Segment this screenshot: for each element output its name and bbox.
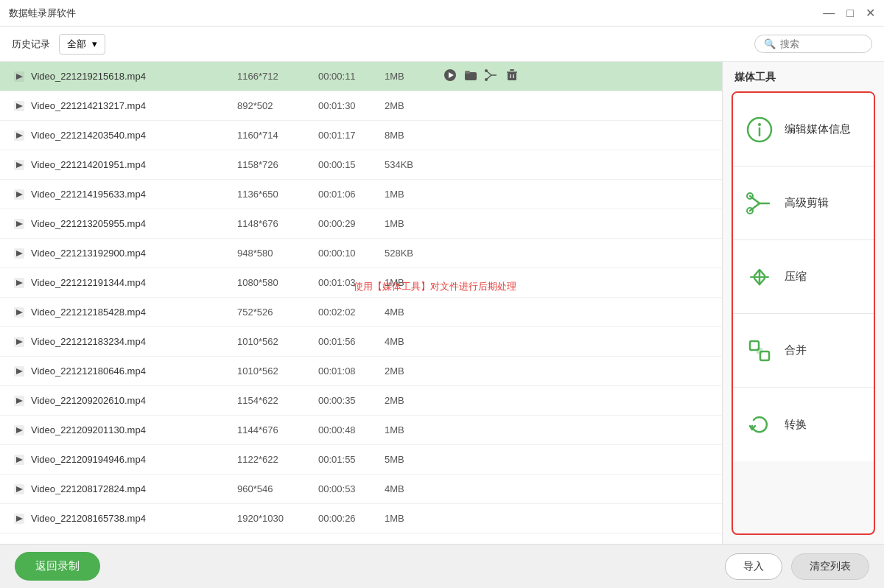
file-icon — [12, 483, 27, 495]
sidebar: 媒体工具 编辑媒体信息 高级剪辑 压缩 合并 转换 — [722, 62, 884, 544]
scissors-icon — [745, 189, 774, 218]
file-icon — [12, 100, 27, 112]
delete-icon[interactable] — [505, 69, 519, 85]
file-resolution: 960*546 — [237, 483, 318, 494]
table-row[interactable]: Video_221209194946.mp41122*62200:01:555M… — [0, 445, 722, 475]
file-resolution: 1148*676 — [237, 218, 318, 229]
search-box[interactable]: 🔍 — [754, 35, 872, 53]
close-button[interactable]: ✕ — [866, 7, 875, 19]
import-button[interactable]: 导入 — [725, 553, 782, 580]
file-duration: 00:00:53 — [318, 483, 385, 494]
file-name: Video_221209201130.mp4 — [31, 424, 237, 435]
table-row[interactable]: Video_221213205955.mp41148*67600:00:291M… — [0, 209, 722, 239]
svg-point-8 — [485, 69, 488, 72]
table-row[interactable]: Video_221214203540.mp41160*71400:01:178M… — [0, 121, 722, 150]
file-size: 1MB — [385, 71, 443, 82]
tool-panel: 编辑媒体信息 高级剪辑 压缩 合并 转换 — [732, 91, 875, 535]
title-bar: 数据蛙录屏软件 — □ ✕ — [0, 0, 884, 27]
table-row[interactable]: Video_221214201951.mp41158*72600:00:1553… — [0, 150, 722, 180]
file-name: Video_221212185428.mp4 — [31, 307, 237, 318]
file-resolution: 1154*622 — [237, 395, 318, 406]
file-size: 1MB — [385, 277, 443, 288]
file-name: Video_221214203540.mp4 — [31, 130, 237, 141]
table-row[interactable]: Video_221212183234.mp41010*56200:01:564M… — [0, 327, 722, 357]
file-resolution: 892*502 — [237, 100, 318, 111]
tool-item-merge[interactable]: 合并 — [733, 314, 874, 388]
table-row[interactable]: Video_221213192900.mp4948*58000:00:10528… — [0, 239, 722, 268]
file-duration: 00:00:48 — [318, 424, 385, 435]
file-resolution: 1080*580 — [237, 277, 318, 288]
file-resolution: 948*580 — [237, 248, 318, 259]
file-name: Video_221212191344.mp4 — [31, 277, 237, 288]
main-area: Video_221219215618.mp41166*71200:00:111M… — [0, 62, 884, 544]
sidebar-title: 媒体工具 — [732, 71, 875, 84]
table-row[interactable]: Video_221208172824.mp4960*54600:00:534MB — [0, 475, 722, 504]
table-row[interactable]: Video_221212180646.mp41010*56200:01:082M… — [0, 357, 722, 386]
file-icon — [12, 189, 27, 200]
svg-line-49 — [750, 196, 760, 203]
file-size: 8MB — [385, 130, 443, 141]
file-name: Video_221214195633.mp4 — [31, 189, 237, 200]
file-icon — [12, 248, 27, 259]
table-row[interactable]: Video_221208165738.mp41920*103000:00:261… — [0, 504, 722, 533]
file-size: 1MB — [385, 513, 443, 524]
app-title: 数据蛙录屏软件 — [9, 7, 76, 20]
tool-item-convert[interactable]: 转换 — [733, 388, 874, 461]
file-resolution: 1166*712 — [237, 71, 318, 82]
tool-item-advanced-cut[interactable]: 高级剪辑 — [733, 167, 874, 240]
file-actions — [443, 69, 519, 85]
file-name: Video_221209202610.mp4 — [31, 395, 237, 406]
file-icon — [12, 365, 27, 377]
file-icon — [12, 159, 27, 171]
file-duration: 00:02:02 — [318, 307, 385, 318]
merge-icon — [745, 336, 774, 365]
clear-list-button[interactable]: 清空列表 — [791, 553, 869, 580]
file-icon — [12, 71, 27, 83]
file-duration: 00:00:10 — [318, 248, 385, 259]
file-resolution: 1158*726 — [237, 159, 318, 170]
compress-icon — [745, 262, 774, 292]
file-size: 1MB — [385, 189, 443, 200]
convert-icon — [745, 410, 774, 439]
file-icon — [12, 513, 27, 525]
minimize-button[interactable]: — — [823, 7, 835, 19]
file-duration: 00:00:35 — [318, 395, 385, 406]
table-row[interactable]: Video_221214213217.mp4892*50200:01:302MB — [0, 91, 722, 121]
folder-icon[interactable] — [464, 69, 477, 85]
table-row[interactable]: Video_221212185428.mp4752*52600:02:024MB — [0, 298, 722, 327]
tool-label-edit-info: 编辑媒体信息 — [785, 122, 851, 136]
table-row[interactable]: Video_221209201130.mp41144*67600:00:481M… — [0, 416, 722, 445]
file-name: Video_221219215618.mp4 — [31, 71, 237, 82]
back-to-record-button[interactable]: 返回录制 — [15, 552, 100, 581]
table-row[interactable]: Video_221212191344.mp41080*58000:01:031M… — [0, 268, 722, 298]
tool-label-merge: 合并 — [785, 343, 807, 357]
file-resolution: 1160*714 — [237, 130, 318, 141]
filter-value: 全部 — [67, 38, 86, 51]
file-resolution: 1010*562 — [237, 336, 318, 347]
svg-point-9 — [485, 78, 488, 81]
maximize-button[interactable]: □ — [846, 7, 854, 19]
table-row[interactable]: Video_221219215618.mp41166*71200:00:111M… — [0, 62, 722, 91]
search-input[interactable] — [780, 38, 861, 49]
file-duration: 00:01:56 — [318, 336, 385, 347]
svg-rect-58 — [757, 348, 762, 354]
svg-rect-11 — [508, 72, 516, 80]
file-duration: 00:01:17 — [318, 130, 385, 141]
play-icon[interactable] — [443, 69, 457, 85]
file-icon — [12, 218, 27, 230]
tool-item-edit-info[interactable]: 编辑媒体信息 — [733, 93, 874, 167]
file-size: 4MB — [385, 307, 443, 318]
file-size: 1MB — [385, 424, 443, 435]
file-name: Video_221213205955.mp4 — [31, 218, 237, 229]
file-name: Video_221212180646.mp4 — [31, 365, 237, 377]
tool-item-compress[interactable]: 压缩 — [733, 240, 874, 314]
table-row[interactable]: Video_221214195633.mp41136*65000:01:061M… — [0, 180, 722, 209]
table-row[interactable]: Video_221209202610.mp41154*62200:00:352M… — [0, 386, 722, 416]
chevron-down-icon: ▾ — [92, 38, 97, 49]
scissors-icon[interactable] — [485, 69, 498, 85]
file-duration: 00:00:29 — [318, 218, 385, 229]
file-icon — [12, 277, 27, 289]
window-controls: — □ ✕ — [823, 7, 875, 19]
bottom-bar: 返回录制 导入 清空列表 — [0, 544, 884, 588]
filter-select[interactable]: 全部 ▾ — [59, 34, 105, 55]
